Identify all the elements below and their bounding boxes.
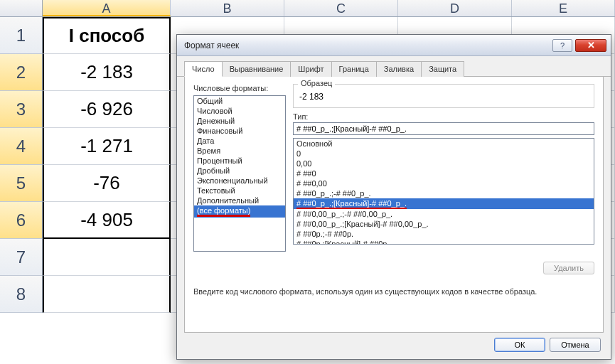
category-item[interactable]: Дата [194,136,285,146]
cell[interactable]: -2 183 [43,54,171,91]
close-button[interactable]: ✕ [575,39,606,52]
format-code-item[interactable]: # ##0р.;-# ##0р. [294,229,594,239]
tab-граница[interactable]: Граница [331,61,377,77]
format-code-item[interactable]: # ##0_р_.;[Красный]-# ##0_р_. [294,198,594,209]
category-item[interactable]: Время [194,146,285,156]
category-item[interactable]: Финансовый [194,126,285,136]
column-header-a[interactable]: A [43,0,171,16]
sample-value: -2 183 [299,87,588,102]
format-code-item[interactable]: # ##0,00_р_.;[Красный]-# ##0,00_р_. [294,219,594,229]
dialog-tabs: ЧислоВыравниваниеШрифтГраницаЗаливкаЗащи… [177,56,611,77]
tab-шрифт[interactable]: Шрифт [290,61,331,77]
tab-защита[interactable]: Защита [421,61,464,77]
sample-label: Образец [298,79,335,87]
format-code-item[interactable]: # ##0р.;[Красный]-# ##0р. [294,239,594,245]
row-header[interactable]: 8 [0,276,43,313]
tab-выравнивание[interactable]: Выравнивание [222,61,292,77]
category-item[interactable]: Денежный [194,116,285,126]
row-header[interactable]: 5 [0,165,43,202]
type-input[interactable] [293,122,594,135]
format-cells-dialog: Формат ячеек ? ✕ ЧислоВыравниваниеШрифтГ… [176,34,611,360]
format-code-item[interactable]: 0,00 [294,159,594,168]
column-header-c[interactable]: C [284,0,398,16]
help-button[interactable]: ? [552,39,572,52]
column-headers: A B C D E [0,0,615,17]
category-item[interactable]: Текстовый [194,186,285,196]
column-header-b[interactable]: B [171,0,284,16]
format-code-listbox[interactable]: Основной00,00# ##0# ##0,00# ##0_р_.;-# #… [293,138,594,245]
select-all-corner[interactable] [0,0,43,16]
format-code-item[interactable]: 0 [294,149,594,159]
tab-заливка[interactable]: Заливка [376,61,422,77]
cell[interactable]: -76 [43,165,171,202]
category-item[interactable]: (все форматы) [194,205,285,218]
category-item[interactable]: Числовой [194,106,285,116]
row-header[interactable]: 3 [0,91,43,128]
number-tab-panel: Числовые форматы: ОбщийЧисловойДенежныйФ… [184,77,604,333]
cell[interactable] [43,276,171,313]
type-label: Тип: [293,112,594,121]
category-item[interactable]: Дополнительный [194,196,285,205]
format-code-item[interactable]: # ##0_р_.;-# ##0_р_. [294,188,594,198]
format-code-item[interactable]: # ##0,00 [294,178,594,188]
format-code-item[interactable]: Основной [294,139,594,149]
cell[interactable]: -6 926 [43,91,171,128]
category-item[interactable]: Экспоненциальный [194,176,285,186]
category-item[interactable]: Общий [194,96,285,106]
ok-button[interactable]: ОК [494,338,545,352]
category-listbox[interactable]: ОбщийЧисловойДенежныйФинансовыйДатаВремя… [193,95,286,252]
row-header[interactable]: 6 [0,202,43,239]
cancel-button[interactable]: Отмена [550,338,601,352]
column-header-d[interactable]: D [398,0,512,16]
column-header-e[interactable]: E [512,0,615,16]
dialog-titlebar[interactable]: Формат ячеек ? ✕ [177,35,611,56]
format-code-item[interactable]: # ##0 [294,168,594,178]
row-header[interactable]: 1 [0,17,43,54]
tab-число[interactable]: Число [184,61,223,77]
category-item[interactable]: Процентный [194,156,285,166]
category-item[interactable]: Дробный [194,166,285,176]
hint-text: Введите код числового формата, используя… [193,287,594,296]
cell[interactable]: I способ [43,17,171,54]
dialog-title: Формат ячеек [184,41,550,50]
cell[interactable]: -1 271 [43,128,171,165]
row-header[interactable]: 4 [0,128,43,165]
sample-groupbox: Образец -2 183 [293,84,594,108]
cell[interactable]: -4 905 [43,202,171,239]
dialog-button-row: ОК Отмена [494,338,601,352]
cell[interactable] [43,239,171,276]
delete-button[interactable]: Удалить [543,262,594,274]
row-header[interactable]: 7 [0,239,43,276]
format-code-item[interactable]: # ##0,00_р_.;-# ##0,00_р_. [294,209,594,219]
row-header[interactable]: 2 [0,54,43,91]
